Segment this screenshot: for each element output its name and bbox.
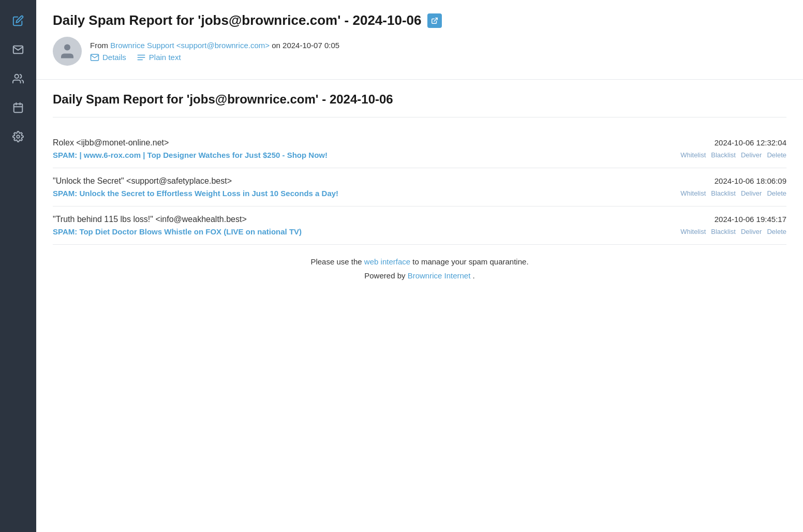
spam-subject-link[interactable]: SPAM: Unlock the Secret to Effortless We… [53,189,338,198]
brownrice-link[interactable]: Brownrice Internet [408,271,471,280]
external-link-icon[interactable] [427,13,442,28]
powered-by-after: . [473,271,475,280]
email-subject-title: Daily Spam Report for 'jobs@brownrice.co… [53,12,421,28]
footer-after: to manage your spam quarantine. [412,257,528,266]
view-toggle-row: Details Plain text [90,53,339,62]
spam-action-delete-button[interactable]: Delete [767,228,786,235]
footer-before: Please use the [310,257,362,266]
spam-actions: WhitelistBlacklistDeliverDelete [680,151,786,159]
svg-point-5 [17,135,20,138]
spam-sender: "Truth behind 115 lbs loss!" <info@weakh… [53,215,247,224]
email-body: Daily Spam Report for 'jobs@brownrice.co… [36,80,803,318]
spam-action-blacklist-button[interactable]: Blacklist [711,228,736,235]
spam-bottom-row: SPAM: Unlock the Secret to Effortless We… [53,189,786,198]
svg-point-0 [15,75,19,78]
sidebar [0,0,36,532]
sent-date: on 2024-10-07 0:05 [272,41,339,50]
spam-actions: WhitelistBlacklistDeliverDelete [680,189,786,197]
spam-action-blacklist-button[interactable]: Blacklist [711,151,736,159]
spam-action-whitelist-button[interactable]: Whitelist [680,189,706,197]
email-footer: Please use the web interface to manage y… [53,245,786,306]
spam-date: 2024-10-06 12:32:04 [715,138,786,147]
spam-actions: WhitelistBlacklistDeliverDelete [680,228,786,235]
spam-bottom-row: SPAM: | www.6-rox.com | Top Designer Wat… [53,151,786,159]
contacts-icon[interactable] [6,66,31,91]
compose-icon[interactable] [6,8,31,33]
email-header: Daily Spam Report for 'jobs@brownrice.co… [36,0,803,80]
spam-action-delete-button[interactable]: Delete [767,189,786,197]
web-interface-link[interactable]: web interface [364,257,410,266]
powered-by: Powered by Brownrice Internet . [69,271,770,280]
main-content: Daily Spam Report for 'jobs@brownrice.co… [36,0,803,532]
plain-text-button[interactable]: Plain text [137,53,181,62]
spam-top-row: "Unlock the Secret" <support@safetyplace… [53,176,786,186]
calendar-icon[interactable] [6,95,31,120]
spam-top-row: "Truth behind 115 lbs loss!" <info@weakh… [53,215,786,224]
spam-action-deliver-button[interactable]: Deliver [741,228,762,235]
spam-list: Rolex <ijbb@monet-online.net>2024-10-06 … [53,130,786,245]
spam-action-whitelist-button[interactable]: Whitelist [680,151,706,159]
spam-action-whitelist-button[interactable]: Whitelist [680,228,706,235]
spam-sender: Rolex <ijbb@monet-online.net> [53,138,169,147]
spam-action-deliver-button[interactable]: Deliver [741,151,762,159]
from-label: From [90,41,108,50]
settings-icon[interactable] [6,124,31,149]
svg-point-7 [64,45,70,51]
mail-icon[interactable] [6,37,31,62]
envelope-icon [90,53,99,62]
sender-avatar [53,37,82,66]
spam-date: 2024-10-06 19:45:17 [715,215,786,224]
spam-subject-link[interactable]: SPAM: | www.6-rox.com | Top Designer Wat… [53,151,328,159]
spam-action-delete-button[interactable]: Delete [767,151,786,159]
spam-item: Rolex <ijbb@monet-online.net>2024-10-06 … [53,130,786,168]
spam-bottom-row: SPAM: Top Diet Doctor Blows Whistle on F… [53,227,786,236]
spam-action-deliver-button[interactable]: Deliver [741,189,762,197]
sender-info: From Brownrice Support <support@brownric… [90,41,339,62]
spam-item: "Unlock the Secret" <support@safetyplace… [53,168,786,206]
svg-rect-1 [14,104,23,113]
details-button[interactable]: Details [90,53,126,62]
footer-text: Please use the web interface to manage y… [69,257,770,266]
powered-by-before: Powered by [364,271,405,280]
spam-date: 2024-10-06 18:06:09 [715,176,786,185]
sender-line: From Brownrice Support <support@brownric… [90,41,339,50]
spam-action-blacklist-button[interactable]: Blacklist [711,189,736,197]
lines-icon [137,53,146,62]
spam-item: "Truth behind 115 lbs loss!" <info@weakh… [53,206,786,245]
spam-subject-link[interactable]: SPAM: Top Diet Doctor Blows Whistle on F… [53,227,302,236]
svg-line-6 [434,18,437,21]
spam-sender: "Unlock the Secret" <support@safetyplace… [53,176,232,186]
spam-top-row: Rolex <ijbb@monet-online.net>2024-10-06 … [53,138,786,147]
body-title: Daily Spam Report for 'jobs@brownrice.co… [53,92,786,117]
sender-email-link[interactable]: Brownrice Support <support@brownrice.com… [110,41,270,50]
